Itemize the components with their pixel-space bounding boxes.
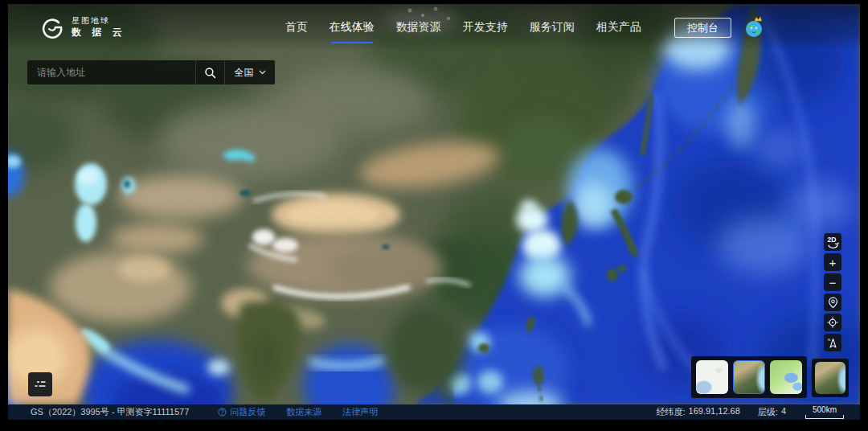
top-navbar: 星图地球 数 据 云 首页 在线体验 数据资源 开发支持 服务订阅 相关产品 控… xyxy=(8,4,860,51)
compass-north-icon: N xyxy=(827,337,838,349)
marker-button[interactable] xyxy=(824,293,841,311)
main-nav: 首页 在线体验 数据资源 开发支持 服务订阅 相关产品 xyxy=(285,17,641,38)
crosshair-icon xyxy=(827,317,838,328)
geovis-logo-icon xyxy=(40,15,64,39)
region-selector-value: 全国 xyxy=(235,66,254,80)
console-button[interactable]: 控制台 xyxy=(674,18,731,38)
legend-toggle-button[interactable] xyxy=(28,372,52,396)
feedback-icon xyxy=(218,408,227,417)
map-scale: 500km xyxy=(804,406,845,419)
logo-subtitle: 数 据 云 xyxy=(72,27,126,39)
zoom-level-value: 4 xyxy=(781,406,786,418)
nav-item-home[interactable]: 首页 xyxy=(285,17,308,38)
svg-text:N: N xyxy=(828,337,830,341)
region-selector[interactable]: 全国 xyxy=(224,60,275,84)
basemap-option-imagery[interactable] xyxy=(733,360,765,394)
status-bar: GS（2022）3995号 - 甲测资字11111577 问题反馈 数据来源 法… xyxy=(8,404,860,420)
footer-links: 问题反馈 数据来源 法律声明 xyxy=(218,406,378,418)
basemap-preview-button[interactable] xyxy=(812,359,849,397)
chevron-down-icon xyxy=(259,70,266,75)
app-window: 星图地球 数 据 云 首页 在线体验 数据资源 开发支持 服务订阅 相关产品 控… xyxy=(8,4,860,420)
basemap-switcher-panel xyxy=(691,356,807,398)
basemap-option-vector[interactable] xyxy=(696,360,728,394)
svg-text:2D: 2D xyxy=(828,236,837,244)
map-scale-bar xyxy=(805,415,844,419)
coordinates-value: 169.91,12.68 xyxy=(689,406,740,418)
nav-item-data-resources[interactable]: 数据资源 xyxy=(396,17,441,38)
nav-item-dev-support[interactable]: 开发支持 xyxy=(463,17,508,38)
address-search-bar: 全国 xyxy=(27,60,275,84)
coordinates-label: 经纬度: xyxy=(657,406,686,418)
location-pin-icon xyxy=(828,297,838,309)
nav-item-online-experience[interactable]: 在线体验 xyxy=(330,17,375,38)
nav-item-related-products[interactable]: 相关产品 xyxy=(596,17,641,38)
legend-list-icon xyxy=(34,380,47,389)
search-button[interactable] xyxy=(195,60,224,84)
user-avatar[interactable] xyxy=(743,16,765,39)
compass-button[interactable]: N xyxy=(824,334,841,351)
dimension-toggle-button[interactable]: 2D xyxy=(824,233,841,251)
map-scale-label: 500km xyxy=(813,406,837,414)
legal-notice-link[interactable]: 法律声明 xyxy=(342,406,378,418)
map-status-readout: 经纬度: 169.91,12.68 层级: 4 500km xyxy=(657,406,845,419)
data-source-link[interactable]: 数据来源 xyxy=(286,406,321,418)
basemap-preview-thumbnail xyxy=(815,362,845,394)
license-text: GS（2022）3995号 - 甲测资字11111577 xyxy=(31,406,189,418)
zoom-level-label: 层级: xyxy=(758,406,778,418)
search-icon xyxy=(204,67,216,79)
search-input[interactable] xyxy=(27,60,195,84)
basemap-option-terrain[interactable] xyxy=(770,360,802,394)
zoom-in-button[interactable]: + xyxy=(824,253,841,271)
nav-item-service-subscription[interactable]: 服务订阅 xyxy=(530,17,575,38)
zoom-out-button[interactable]: − xyxy=(824,273,841,291)
map-control-stack: 2D + − N xyxy=(824,233,841,351)
locate-me-button[interactable] xyxy=(824,314,841,331)
feedback-link[interactable]: 问题反馈 xyxy=(218,406,265,418)
logo[interactable]: 星图地球 数 据 云 xyxy=(40,15,126,39)
logo-title: 星图地球 xyxy=(72,16,126,27)
feedback-link-label: 问题反馈 xyxy=(230,406,265,418)
2d-3d-toggle-icon: 2D xyxy=(825,235,840,249)
